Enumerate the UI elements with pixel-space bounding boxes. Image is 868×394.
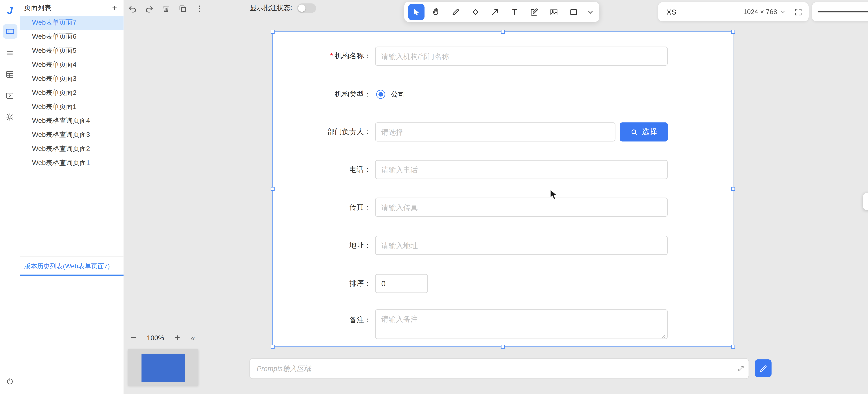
resolution-select[interactable]: 1024 × 768 <box>743 8 785 15</box>
fullscreen-icon <box>794 8 803 16</box>
canvas-artboard[interactable]: *机构名称： 机构类型： 公司 部门负责人： 选择 电话： <box>273 32 733 346</box>
redo-button[interactable] <box>144 4 154 13</box>
zoom-slider <box>812 2 868 21</box>
select-person-button[interactable]: 选择 <box>620 122 668 141</box>
field-label: *机构名称： <box>273 51 371 61</box>
image-icon <box>550 8 558 16</box>
annotation-status-control: 显示批注状态: <box>250 3 316 13</box>
page-list-panel: 页面列表 + Web表单页面7 Web表单页面6 Web表单页面5 Web表单页… <box>20 0 124 394</box>
page-list-item[interactable]: Web表单页面2 <box>20 86 123 100</box>
selection-handle[interactable] <box>271 187 275 191</box>
resize-grip-icon[interactable] <box>661 334 666 339</box>
form-row-remark: 备注： <box>273 309 733 339</box>
annotation-toggle[interactable] <box>297 3 316 13</box>
text-tool-icon: T <box>512 7 517 16</box>
minimap-viewport[interactable] <box>142 354 185 382</box>
selection-handle[interactable] <box>501 30 505 34</box>
selection-handle[interactable] <box>271 30 275 34</box>
remark-textarea[interactable] <box>375 309 668 339</box>
dept-manager-input[interactable] <box>375 122 615 141</box>
more-actions-button[interactable] <box>195 4 204 13</box>
annotation-status-label: 显示批注状态: <box>250 3 292 13</box>
page-list-item[interactable]: Web表单页面1 <box>20 100 123 114</box>
page-list-item[interactable]: Web表单页面6 <box>20 30 123 44</box>
org-name-input[interactable] <box>375 46 668 66</box>
undo-button[interactable] <box>127 4 137 13</box>
selection-handle[interactable] <box>731 30 735 34</box>
tool-arrow[interactable] <box>487 4 503 20</box>
prompt-submit-button[interactable] <box>755 359 772 377</box>
page-list-item[interactable]: Web表单页面7 <box>20 16 123 30</box>
selection-handle[interactable] <box>501 345 505 349</box>
breakpoint-label: XS <box>666 8 676 16</box>
field-label: 机构类型： <box>273 89 371 99</box>
delete-button[interactable] <box>161 4 170 13</box>
page-list-item[interactable]: Web表格查询页面4 <box>20 114 123 128</box>
arrow-icon <box>491 8 499 16</box>
page-list-item[interactable]: Web表格查询页面2 <box>20 142 123 156</box>
rectangle-icon <box>569 8 578 16</box>
version-history-tab[interactable]: 版本历史列表(Web表单页面7) <box>20 256 123 275</box>
selection-handle[interactable] <box>271 345 275 349</box>
tool-select[interactable] <box>408 4 425 20</box>
tool-more-shapes[interactable] <box>585 4 595 20</box>
tool-rectangle[interactable] <box>565 4 582 20</box>
tool-hand[interactable] <box>428 4 444 20</box>
field-label: 传真： <box>273 202 371 212</box>
selection-handle[interactable] <box>731 345 735 349</box>
icon-rail: J <box>0 0 20 394</box>
zoom-level: 100% <box>147 334 164 342</box>
add-page-button[interactable]: + <box>111 4 118 12</box>
page-list-item[interactable]: Web表单页面4 <box>20 58 123 72</box>
slider-track[interactable] <box>818 11 868 12</box>
page-list-item[interactable]: Web表格查询页面1 <box>20 156 123 170</box>
page-list-item[interactable]: Web表格查询页面3 <box>20 128 123 142</box>
hand-icon <box>432 7 441 16</box>
selection-handle[interactable] <box>731 187 735 191</box>
tool-pencil[interactable] <box>447 4 464 20</box>
fullscreen-button[interactable] <box>794 8 803 16</box>
resolution-value: 1024 × 768 <box>743 8 777 15</box>
page-list-item[interactable]: Web表单页面5 <box>20 44 123 58</box>
zoom-out-button[interactable]: − <box>131 333 136 342</box>
view-code-button[interactable]: </> <box>863 193 868 210</box>
page-list-item[interactable]: Web表单页面3 <box>20 72 123 86</box>
copy-button[interactable] <box>178 4 187 13</box>
rail-item-list[interactable] <box>3 45 17 60</box>
radio-option-label: 公司 <box>391 89 405 99</box>
chevron-down-icon <box>780 9 785 14</box>
rail-item-media[interactable] <box>3 88 17 103</box>
expand-prompt-button[interactable] <box>733 359 749 379</box>
field-label: 部门负责人： <box>273 127 371 137</box>
collapse-minimap-button[interactable]: « <box>191 334 195 342</box>
form-row-phone: 电话： <box>273 160 733 179</box>
org-type-radio[interactable]: 公司 <box>376 89 405 99</box>
tool-image[interactable] <box>546 4 562 20</box>
tool-text[interactable]: T <box>506 4 523 20</box>
minimap[interactable] <box>128 349 198 386</box>
form-row-fax: 传真： <box>273 198 733 217</box>
form-row-org-type: 机构类型： 公司 <box>273 85 733 104</box>
fax-input[interactable] <box>375 198 668 217</box>
app-logo: J <box>3 4 17 18</box>
list-icon <box>5 48 14 57</box>
app-window: J <box>0 0 868 394</box>
rail-item-settings[interactable] <box>3 109 17 124</box>
form-row-org-name: *机构名称： <box>273 46 733 66</box>
power-button[interactable] <box>3 374 17 389</box>
form-row-sort: 排序： <box>273 274 733 293</box>
cursor-icon <box>412 8 421 16</box>
tool-edit[interactable] <box>526 4 542 20</box>
phone-input[interactable] <box>375 160 668 179</box>
prompt-input[interactable] <box>250 359 733 379</box>
chevron-down-icon <box>587 9 593 15</box>
search-icon <box>631 128 638 136</box>
rail-item-table[interactable] <box>3 67 17 81</box>
rail-item-form[interactable] <box>3 24 17 39</box>
table-icon <box>5 70 14 78</box>
sort-order-input[interactable] <box>375 274 428 293</box>
page-list-title: 页面列表 <box>24 3 51 13</box>
tool-eraser[interactable] <box>467 4 484 20</box>
zoom-in-button[interactable]: + <box>175 333 180 342</box>
address-input[interactable] <box>375 236 668 255</box>
